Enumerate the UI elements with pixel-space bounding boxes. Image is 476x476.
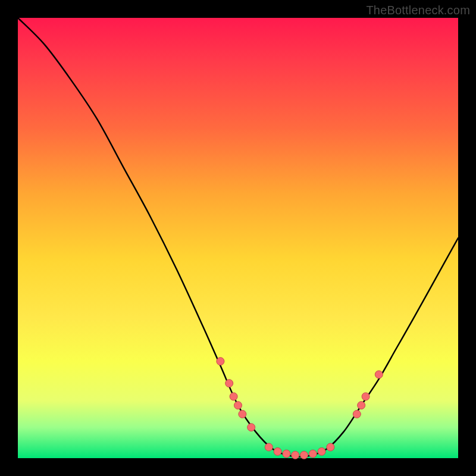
data-point	[239, 411, 246, 418]
data-point	[358, 402, 365, 409]
data-point	[327, 443, 334, 451]
data-point	[375, 371, 383, 378]
bottleneck-curve	[18, 18, 458, 457]
plot-area	[18, 18, 458, 458]
data-point	[318, 447, 325, 455]
data-point	[283, 450, 290, 458]
data-point	[234, 402, 242, 409]
data-points	[217, 358, 383, 459]
data-point	[362, 393, 369, 400]
data-point	[353, 411, 361, 418]
data-point	[265, 443, 273, 451]
data-point	[226, 380, 233, 387]
data-point	[230, 393, 237, 400]
data-point	[292, 451, 299, 459]
data-point	[300, 451, 308, 459]
data-point	[309, 450, 317, 458]
data-point	[217, 358, 224, 365]
data-point	[274, 447, 281, 455]
watermark-text: TheBottleneck.com	[366, 4, 470, 17]
chart-frame: TheBottleneck.com	[0, 0, 476, 476]
chart-overlay	[18, 18, 458, 458]
data-point	[248, 424, 255, 431]
